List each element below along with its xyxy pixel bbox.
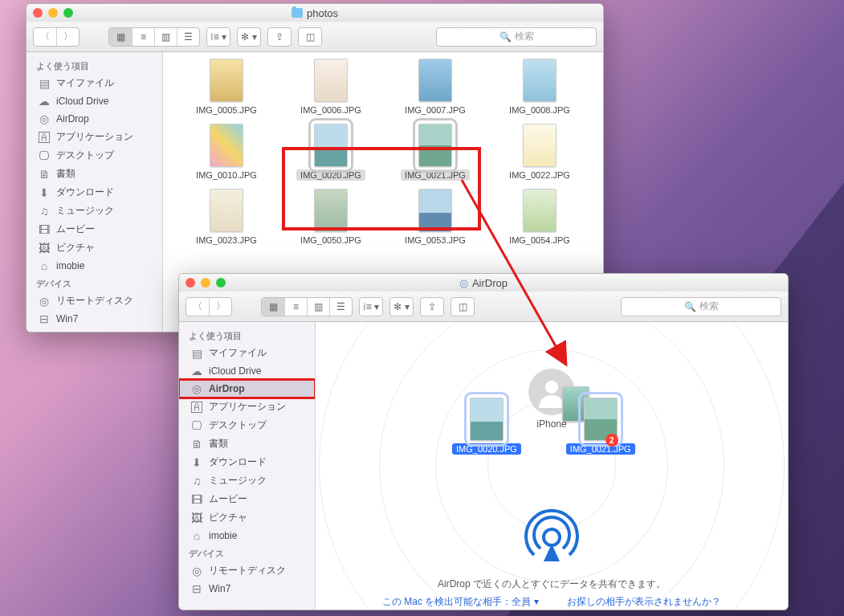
back-button[interactable]: 〈 <box>34 28 56 46</box>
search-icon: 🔍 <box>684 301 696 312</box>
sidebar-item-label: 書類 <box>56 167 75 181</box>
list-view-button[interactable]: ≡ <box>132 28 154 46</box>
tags-button[interactable]: ◫ <box>299 28 321 46</box>
titlebar[interactable]: ◎ AirDrop <box>179 274 788 292</box>
action-button[interactable]: ✻ ▾ <box>390 298 413 316</box>
search-icon: 🔍 <box>499 31 512 43</box>
airdrop-radar-rings <box>316 322 788 610</box>
sidebar-item-label: Win7 <box>56 313 78 324</box>
file-item[interactable]: IMG_0021.JPG <box>383 120 487 184</box>
sidebar-item-desktop[interactable]: 🖵デスクトップ <box>179 416 315 434</box>
sidebar-item-docs[interactable]: 🗎書類 <box>27 165 162 183</box>
dragged-file[interactable]: IMG_0021.JPG2 <box>563 394 638 458</box>
search-field[interactable]: 🔍 検索 <box>621 297 781 316</box>
sidebar-item-music[interactable]: ♫ミュージック <box>27 202 162 220</box>
icon-view-button[interactable]: ▦ <box>109 28 132 46</box>
sidebar-item-label: ムービー <box>56 222 95 236</box>
file-item[interactable]: IMG_0053.JPG <box>383 186 487 249</box>
sidebar-item-disk[interactable]: ⊟Win7 <box>179 580 315 598</box>
sidebar-item-home[interactable]: ⌂imobie <box>27 257 162 275</box>
sidebar-item-remote[interactable]: ◎リモートディスク <box>179 561 315 580</box>
titlebar[interactable]: photos <box>27 4 603 22</box>
search-field[interactable]: 🔍 検索 <box>436 27 597 47</box>
sidebar-item-remote[interactable]: ◎リモートディスク <box>27 292 162 310</box>
sidebar-item-movie[interactable]: 🎞ムービー <box>179 490 315 508</box>
sidebar-item-drive[interactable]: ▤マイファイル <box>179 344 315 362</box>
forward-button[interactable]: 〉 <box>56 28 79 46</box>
sidebar-item-picture[interactable]: 🖼ピクチャ <box>179 508 315 527</box>
arrange-button[interactable]: ⁞≡ ▾ <box>360 298 382 316</box>
sidebar-item-download[interactable]: ⬇ダウンロード <box>179 453 315 471</box>
sidebar-item-home[interactable]: ⌂imobie <box>179 527 315 545</box>
file-label: IMG_0021.JPG <box>566 443 635 455</box>
maximize-button[interactable] <box>216 278 226 288</box>
sidebar-item-app[interactable]: 🄰アプリケーション <box>27 128 162 146</box>
icon-view-button[interactable]: ▦ <box>262 298 284 316</box>
file-item[interactable]: IMG_0005.JPG <box>174 55 279 119</box>
minimize-button[interactable] <box>201 278 210 288</box>
forward-button[interactable]: 〉 <box>209 298 231 316</box>
action-button[interactable]: ✻ ▾ <box>238 28 260 46</box>
view-switcher: ▦ ≡ ▥ ☰ <box>261 297 353 316</box>
file-item[interactable]: IMG_0023.JPG <box>174 186 279 249</box>
sidebar-item-download[interactable]: ⬇ダウンロード <box>27 183 162 202</box>
sidebar-item-cloud[interactable]: ☁iCloud Drive <box>179 362 315 380</box>
help-link[interactable]: お探しの相手が表示されませんか？ <box>567 596 721 607</box>
coverflow-view-button[interactable]: ☰ <box>177 28 199 46</box>
sidebar-item-docs[interactable]: 🗎書類 <box>179 434 315 453</box>
back-button[interactable]: 〈 <box>186 298 209 316</box>
view-switcher: ▦ ≡ ▥ ☰ <box>108 27 200 47</box>
sidebar-item-picture[interactable]: 🖼ピクチャ <box>27 239 162 257</box>
share-button[interactable]: ⇪ <box>268 28 291 46</box>
coverflow-view-button[interactable]: ☰ <box>329 298 352 316</box>
file-thumbnail <box>523 124 557 167</box>
sidebar-item-label: ダウンロード <box>56 186 114 199</box>
list-view-button[interactable]: ≡ <box>284 298 307 316</box>
sidebar-item-app[interactable]: 🄰アプリケーション <box>179 398 315 416</box>
sidebar-item-label: デスクトップ <box>209 418 267 432</box>
download-icon: ⬇ <box>190 456 203 469</box>
sidebar-item-cloud[interactable]: ☁iCloud Drive <box>27 92 162 110</box>
sidebar-item-label: ダウンロード <box>209 455 267 469</box>
toolbar: 〈 〉 ▦ ≡ ▥ ☰ ⁞≡ ▾ ✻ ▾ ⇪ ◫ 🔍 検索 <box>27 22 603 52</box>
cloud-icon: ☁ <box>38 95 51 108</box>
sidebar-item-label: デスクトップ <box>56 149 114 162</box>
sidebar-item-music[interactable]: ♫ミュージック <box>179 471 315 490</box>
sidebar-item-desktop[interactable]: 🖵デスクトップ <box>27 146 162 165</box>
sidebar-item-airdrop[interactable]: ◎AirDrop <box>179 380 315 398</box>
minimize-button[interactable] <box>48 8 58 18</box>
sidebar-item-disk[interactable]: ⊟Win7 <box>27 310 162 328</box>
file-label: IMG_0054.JPG <box>505 235 574 246</box>
file-item[interactable]: IMG_0010.JPG <box>174 120 279 184</box>
column-view-button[interactable]: ▥ <box>307 298 329 316</box>
arrange-button[interactable]: ⁞≡ ▾ <box>207 28 230 46</box>
file-label: IMG_0022.JPG <box>505 169 574 181</box>
sidebar-section-devices: デバイス <box>179 545 315 561</box>
tags-button[interactable]: ◫ <box>451 298 474 316</box>
file-item[interactable]: IMG_0008.JPG <box>487 55 592 119</box>
file-item[interactable]: IMG_0020.JPG <box>279 120 383 184</box>
close-button[interactable] <box>33 8 43 18</box>
sidebar-item-drive[interactable]: ▤マイファイル <box>27 74 162 92</box>
airdrop-icon: ◎ <box>459 277 468 289</box>
file-item[interactable]: IMG_0054.JPG <box>487 186 592 249</box>
file-thumbnail <box>523 189 557 232</box>
file-item[interactable]: IMG_0006.JPG <box>279 55 383 119</box>
column-view-button[interactable]: ▥ <box>154 28 177 46</box>
airdrop-area[interactable]: iPhone IMG_0020.JPGIMG_0021.JPG2 AirDrop… <box>316 322 788 610</box>
sidebar-item-movie[interactable]: 🎞ムービー <box>27 220 162 239</box>
close-button[interactable] <box>186 278 195 288</box>
file-item[interactable]: IMG_0007.JPG <box>383 55 487 119</box>
dragged-file[interactable]: IMG_0020.JPG <box>449 394 524 458</box>
discoverability-link[interactable]: この Mac を検出可能な相手：全員 ▾ <box>382 596 539 607</box>
file-item[interactable]: IMG_0022.JPG <box>487 120 592 184</box>
maximize-button[interactable] <box>63 8 73 18</box>
file-item[interactable]: IMG_0050.JPG <box>279 186 383 249</box>
file-label: IMG_0053.JPG <box>401 235 470 246</box>
file-thumbnail <box>210 189 243 232</box>
sidebar-section-favorites: よく使う項目 <box>27 57 162 74</box>
sidebar-item-airdrop[interactable]: ◎AirDrop <box>27 110 162 128</box>
download-icon: ⬇ <box>38 186 51 199</box>
sidebar-item-label: imobie <box>56 260 84 271</box>
share-button[interactable]: ⇪ <box>421 298 443 316</box>
